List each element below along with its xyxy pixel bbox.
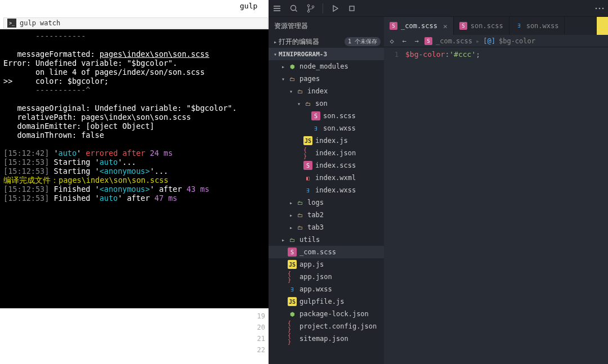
- svg-rect-4: [350, 6, 354, 11]
- scss-file-icon: S: [459, 22, 467, 30]
- bookmark-icon[interactable]: ◇: [387, 37, 396, 46]
- search-icon[interactable]: [288, 2, 300, 15]
- svg-point-2: [307, 10, 310, 12]
- svg-point-1: [307, 5, 310, 7]
- scss-file-icon: S: [311, 111, 320, 120]
- tree-index-wxml[interactable]: ◧index.wxml: [269, 172, 384, 184]
- code-editor[interactable]: 1 $bg-color:'#ccc';: [384, 47, 608, 364]
- terminal-title: gulp watch: [20, 19, 60, 27]
- explorer-sidebar: 资源管理器 ▸ 打开的编辑器 1 个未保存 ▾ MINIPROGRAM-3 ▸⬢…: [269, 17, 384, 364]
- tab-js-overflow[interactable]: [597, 17, 608, 35]
- tree-sitemap[interactable]: { }sitemap.json: [269, 332, 384, 345]
- wxss-file-icon: ∃: [311, 124, 320, 133]
- scss-file-icon: S: [424, 37, 432, 45]
- tree-son-scss[interactable]: Sson.scss: [269, 110, 384, 122]
- project-header[interactable]: ▾ MINIPROGRAM-3: [269, 48, 384, 60]
- tab-com-scss[interactable]: S _com.scss ×: [384, 17, 454, 35]
- svg-point-3: [312, 6, 314, 8]
- js-file-icon: JS: [288, 297, 297, 306]
- top-toolbar: [269, 0, 608, 17]
- json-file-icon: ⬢: [288, 309, 297, 318]
- branch-icon[interactable]: [305, 2, 317, 15]
- tab-son-scss[interactable]: S son.scss: [454, 17, 509, 35]
- vscode-editor: 资源管理器 ▸ 打开的编辑器 1 个未保存 ▾ MINIPROGRAM-3 ▸⬢…: [269, 0, 608, 364]
- svg-point-7: [602, 7, 604, 9]
- tree-index-js[interactable]: JSindex.js: [269, 134, 384, 147]
- tree-index-wxss[interactable]: ∃index.wxss: [269, 184, 384, 196]
- breadcrumb[interactable]: ◇ ← → S _com.scss ▸ [@] $bg-color: [384, 35, 608, 47]
- terminal-panel: gulp >_ gulp watch ----------- messageFo…: [0, 0, 269, 364]
- breadcrumb-file[interactable]: _com.scss: [436, 37, 472, 45]
- stop-icon[interactable]: [346, 2, 358, 15]
- folder-open-icon: 🗀: [296, 87, 305, 96]
- terminal-icon: >_: [7, 19, 16, 28]
- scss-file-icon: S: [303, 161, 312, 170]
- terminal-output[interactable]: ----------- messageFormatted: pages\inde…: [0, 29, 269, 308]
- tree-node-modules[interactable]: ▸⬢node_modules: [269, 60, 384, 73]
- scss-file-icon: S: [390, 22, 397, 30]
- svg-point-5: [596, 7, 597, 9]
- tree-index-scss[interactable]: Sindex.scss: [269, 159, 384, 172]
- menu-icon[interactable]: [271, 2, 283, 15]
- json-file-icon: { }: [288, 322, 297, 331]
- svg-point-0: [291, 5, 296, 10]
- svg-point-6: [599, 7, 601, 9]
- folder-icon: ⬢: [288, 62, 297, 71]
- debug-icon[interactable]: [329, 2, 341, 15]
- tree-app-json[interactable]: { }app.json: [269, 271, 384, 283]
- scss-file-icon: S: [288, 248, 297, 257]
- wxss-file-icon: ∃: [515, 22, 523, 30]
- tree-tab3[interactable]: ▸🗀tab3: [269, 221, 384, 233]
- open-editors-section[interactable]: ▸ 打开的编辑器 1 个未保存: [269, 35, 384, 48]
- tree-gulpfile[interactable]: JSgulpfile.js: [269, 295, 384, 308]
- wxml-file-icon: ◧: [303, 173, 312, 182]
- forward-icon[interactable]: →: [412, 37, 421, 46]
- tree-project-config[interactable]: { }project.config.json: [269, 320, 384, 332]
- line-number-gutter: 1: [384, 47, 403, 364]
- wxss-file-icon: ∃: [303, 186, 312, 195]
- code-content[interactable]: $bg-color:'#ccc';: [403, 47, 608, 364]
- wxss-file-icon: ∃: [288, 285, 297, 294]
- tree-com-scss[interactable]: S_com.scss: [269, 246, 384, 258]
- folder-open-icon: 🗀: [288, 74, 297, 83]
- chevron-down-icon: ▾: [272, 51, 279, 57]
- tree-tab2[interactable]: ▸🗀tab2: [269, 209, 384, 221]
- chevron-right-icon: ▸: [476, 37, 480, 45]
- folder-open-icon: 🗀: [303, 99, 312, 108]
- js-file-icon: JS: [288, 260, 297, 269]
- background-editor-gutter: 19 20 21 22: [248, 311, 269, 356]
- back-icon[interactable]: ←: [400, 37, 409, 46]
- chevron-right-icon: ▸: [272, 39, 279, 45]
- editor-tabs: S _com.scss × S son.scss ∃ son.wxss: [384, 17, 608, 35]
- folder-icon: 🗀: [296, 198, 305, 207]
- terminal-title-bar[interactable]: >_ gulp watch: [3, 17, 268, 29]
- unsaved-badge: 1 个未保存: [345, 37, 381, 46]
- tree-app-wxss[interactable]: ∃app.wxss: [269, 283, 384, 295]
- tree-pages[interactable]: ▾🗀pages: [269, 73, 384, 85]
- json-file-icon: { }: [288, 272, 297, 281]
- symbol-icon: [@]: [483, 37, 495, 45]
- more-icon[interactable]: [593, 2, 606, 15]
- tree-app-js[interactable]: JSapp.js: [269, 258, 384, 271]
- close-icon[interactable]: ×: [443, 22, 448, 30]
- json-file-icon: { }: [303, 149, 312, 158]
- editor-column: S _com.scss × S son.scss ∃ son.wxss ◇ ←: [384, 17, 608, 364]
- js-file-icon: JS: [303, 136, 312, 145]
- tree-index[interactable]: ▾🗀index: [269, 85, 384, 97]
- folder-icon: 🗀: [288, 235, 297, 244]
- tree-package-lock[interactable]: ⬢package-lock.json: [269, 308, 384, 320]
- tree-son[interactable]: ▾🗀son: [269, 97, 384, 110]
- tree-logs[interactable]: ▸🗀logs: [269, 196, 384, 209]
- tree-index-json[interactable]: { }index.json: [269, 147, 384, 159]
- breadcrumb-symbol[interactable]: $bg-color: [499, 37, 535, 45]
- folder-icon: 🗀: [296, 210, 305, 219]
- folder-icon: 🗀: [296, 223, 305, 232]
- tab-son-wxss[interactable]: ∃ son.wxss: [509, 17, 565, 35]
- json-file-icon: { }: [288, 334, 297, 343]
- cut-off-text: gulp: [240, 2, 257, 10]
- tree-son-wxss[interactable]: ∃son.wxss: [269, 122, 384, 134]
- explorer-title: 资源管理器: [269, 17, 384, 35]
- tree-utils[interactable]: ▸🗀utils: [269, 233, 384, 246]
